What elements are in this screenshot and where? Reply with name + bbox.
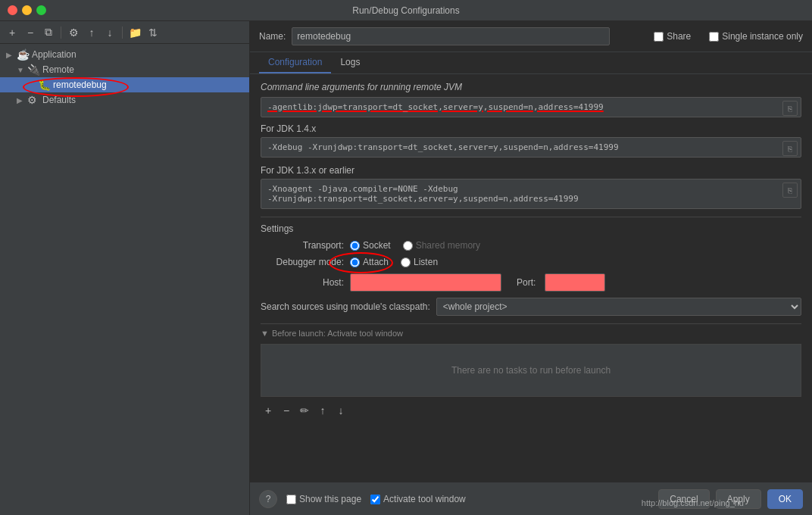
expand-arrow-defaults: ▶ — [17, 96, 27, 105]
before-launch-title[interactable]: ▼ Before launch: Activate tool window — [261, 329, 801, 338]
ok-button[interactable]: OK — [767, 489, 803, 509]
folder-button[interactable]: 📁 — [127, 25, 142, 40]
activate-tool-checkbox[interactable] — [370, 495, 380, 504]
share-area: Share — [654, 31, 691, 42]
window-title: Run/Debug Configurations — [352, 5, 459, 16]
sort-button[interactable]: ⇅ — [145, 25, 161, 40]
before-launch-arrow: ▼ — [261, 329, 269, 338]
add-config-button[interactable]: + — [5, 25, 20, 40]
toolbar-separator — [61, 27, 61, 39]
cmd-section-title: Command line arguments for running remot… — [261, 82, 801, 92]
classpath-select[interactable]: <whole project> — [436, 298, 801, 316]
debugger-radio-group: Attach Listen — [350, 257, 438, 267]
single-instance-checkbox[interactable] — [709, 32, 719, 42]
minimize-button[interactable] — [22, 5, 32, 15]
cmd-block-main: -agentlib:jdwp=transport=dt_socket,serve… — [261, 97, 801, 117]
remotedebug-wrapper: ▶ 🐛 remotedebug — [0, 77, 249, 92]
debugger-label: Debugger mode: — [261, 257, 344, 267]
expand-arrow-remote: ▼ — [17, 66, 27, 74]
close-button[interactable] — [8, 5, 17, 15]
bl-up-button[interactable]: ↑ — [315, 403, 330, 418]
transport-row: Transport: Socket Shared memory — [261, 240, 801, 251]
jdk14-label: For JDK 1.4.x — [261, 123, 801, 134]
sidebar-item-remotedebug[interactable]: ▶ 🐛 remotedebug — [0, 77, 249, 92]
classpath-label: Search sources using module's classpath: — [261, 301, 430, 312]
bl-edit-button[interactable]: ✏ — [297, 403, 312, 418]
copy-jdk14-button[interactable]: ⎘ — [782, 141, 798, 156]
remotedebug-icon: 🐛 — [38, 79, 50, 91]
host-label: Host: — [261, 277, 344, 288]
port-input[interactable] — [545, 273, 605, 292]
defaults-label: Defaults — [42, 95, 76, 105]
cmd-text-main: -agentlib:jdwp=transport=dt_socket,serve… — [267, 102, 604, 112]
bottom-buttons: Cancel Apply OK — [658, 489, 803, 509]
jdk13-label: For JDK 1.3.x or earlier — [261, 165, 801, 176]
up-button[interactable]: ↑ — [84, 25, 99, 40]
copy-jdk13-button[interactable]: ⎘ — [782, 183, 798, 198]
transport-shared-option[interactable]: Shared memory — [403, 240, 480, 251]
apply-button[interactable]: Apply — [716, 489, 761, 509]
transport-socket-label: Socket — [363, 240, 391, 251]
remotedebug-label: remotedebug — [53, 80, 107, 90]
before-launch-section: ▼ Before launch: Activate tool window Th… — [261, 323, 801, 418]
host-input[interactable] — [350, 273, 501, 292]
remote-label: Remote — [42, 64, 74, 75]
sidebar-item-application[interactable]: ▶ ☕ Application — [0, 47, 249, 62]
activate-tool-label: Activate tool window — [383, 494, 466, 504]
main-container: + − ⧉ ⚙ ↑ ↓ 📁 ⇅ ▶ ☕ Application ▼ 🔌 Remo… — [0, 21, 812, 515]
show-page-label: Show this page — [299, 494, 361, 504]
transport-label: Transport: — [261, 240, 344, 251]
debugger-attach-label: Attach — [363, 257, 389, 267]
application-icon: ☕ — [17, 48, 29, 61]
single-instance-label: Single instance only — [722, 31, 803, 42]
show-page-check: Show this page — [286, 494, 361, 504]
before-launch-empty: There are no tasks to run before launch — [261, 344, 801, 397]
cmd-block-jdk14: -Xdebug -Xrunjdwp:transport=dt_socket,se… — [261, 137, 801, 158]
sidebar: + − ⧉ ⚙ ↑ ↓ 📁 ⇅ ▶ ☕ Application ▼ 🔌 Remo… — [0, 21, 250, 515]
name-input[interactable] — [292, 27, 610, 45]
cmd-text-jdk14: -Xdebug -Xrunjdwp:transport=dt_socket,se… — [267, 142, 619, 152]
debugger-mode-row: Debugger mode: Attach Listen — [261, 257, 801, 267]
remove-config-button[interactable]: − — [23, 25, 38, 40]
cancel-button[interactable]: Cancel — [658, 489, 709, 509]
bl-remove-button[interactable]: − — [279, 403, 294, 418]
maximize-button[interactable] — [36, 5, 46, 15]
cmd-text-jdk13-line2: -Xrunjdwp:transport=dt_socket,server=y,s… — [267, 194, 795, 204]
activate-tool-check: Activate tool window — [370, 494, 466, 504]
debugger-listen-option[interactable]: Listen — [401, 257, 438, 267]
bl-add-button[interactable]: + — [261, 403, 276, 418]
tab-configuration[interactable]: Configuration — [259, 52, 331, 73]
help-button[interactable]: ? — [259, 490, 277, 508]
config-tree: ▶ ☕ Application ▼ 🔌 Remote ▶ 🐛 remotedeb… — [0, 44, 249, 515]
down-button[interactable]: ↓ — [102, 25, 117, 40]
transport-radio-group: Socket Shared memory — [350, 240, 480, 251]
show-page-checkbox[interactable] — [286, 495, 296, 504]
sidebar-item-remote[interactable]: ▼ 🔌 Remote — [0, 62, 249, 77]
sidebar-item-defaults[interactable]: ▶ ⚙ Defaults — [0, 92, 249, 108]
right-panel: Name: Share Single instance only Configu… — [250, 21, 812, 515]
single-instance-area: Single instance only — [709, 31, 803, 42]
host-port-row: Host: Port: — [261, 273, 801, 292]
settings-button[interactable]: ⚙ — [66, 25, 81, 40]
transport-socket-option[interactable]: Socket — [350, 240, 391, 251]
bl-down-button[interactable]: ↓ — [333, 403, 348, 418]
settings-section: Settings Transport: Socket Shared memory — [261, 217, 801, 292]
copy-config-button[interactable]: ⧉ — [41, 25, 56, 40]
copy-cmd-button[interactable]: ⎘ — [782, 101, 798, 116]
debugger-attach-option[interactable]: Attach — [350, 257, 389, 267]
before-launch-label: Before launch: Activate tool window — [272, 329, 403, 338]
remote-icon: 🔌 — [27, 64, 39, 76]
jdk14-section: For JDK 1.4.x -Xdebug -Xrunjdwp:transpor… — [261, 123, 801, 158]
tab-logs[interactable]: Logs — [331, 52, 369, 73]
sidebar-toolbar: + − ⧉ ⚙ ↑ ↓ 📁 ⇅ — [0, 21, 249, 44]
before-launch-toolbar: + − ✏ ↑ ↓ — [261, 403, 801, 418]
spacer: ▶ — [27, 81, 38, 89]
before-launch-empty-text: There are no tasks to run before launch — [451, 365, 611, 376]
classpath-row: Search sources using module's classpath:… — [261, 298, 801, 316]
toolbar-separator-2 — [122, 27, 123, 39]
port-label: Port: — [517, 277, 536, 288]
tabs-row: Configuration Logs — [250, 52, 812, 74]
content-area: Command line arguments for running remot… — [250, 74, 812, 482]
debugger-listen-label: Listen — [414, 257, 438, 267]
share-checkbox[interactable] — [654, 32, 664, 42]
